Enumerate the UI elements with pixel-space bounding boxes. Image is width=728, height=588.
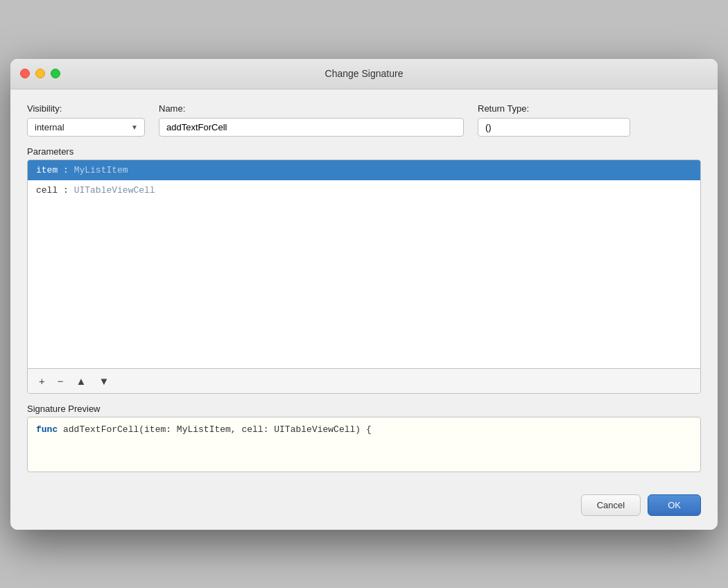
param-item[interactable]: cell : UITableViewCell [28, 180, 700, 200]
move-down-button[interactable]: ▼ [96, 374, 112, 388]
minimize-button[interactable] [35, 69, 45, 78]
return-type-label: Return Type: [478, 103, 630, 114]
dialog-title: Change Signature [325, 68, 404, 79]
parameters-container: item : MyListItem cell : UITableViewCell… [27, 159, 701, 394]
name-label: Name: [159, 103, 464, 114]
name-input[interactable] [159, 118, 464, 137]
visibility-label: Visibility: [27, 103, 145, 114]
titlebar: Change Signature [10, 59, 718, 89]
parameters-list: item : MyListItem cell : UITableViewCell [28, 160, 700, 368]
bottom-row: Cancel OK [10, 486, 718, 530]
param-type: UITableViewCell [74, 185, 155, 196]
maximize-button[interactable] [51, 69, 60, 78]
visibility-select-wrapper[interactable]: internal public private fileprivate open [27, 118, 145, 137]
param-type: MyListItem [74, 165, 128, 175]
param-name: cell [36, 185, 58, 196]
preview-keyword: func [36, 424, 58, 435]
param-name: item [36, 165, 58, 175]
param-separator: : [63, 165, 74, 175]
visibility-field-group: Visibility: internal public private file… [27, 103, 145, 137]
traffic-light-buttons [20, 69, 60, 78]
top-row: Visibility: internal public private file… [27, 103, 701, 137]
move-up-button[interactable]: ▲ [73, 374, 89, 388]
close-button[interactable] [20, 69, 30, 78]
ok-button[interactable]: OK [648, 494, 701, 516]
name-field-group: Name: [159, 103, 464, 137]
remove-param-button[interactable]: − [55, 374, 67, 388]
parameters-section: Parameters item : MyListItem cell : UITa… [27, 146, 701, 394]
signature-preview-section: Signature Preview func addTextForCell(it… [27, 404, 701, 472]
cancel-button[interactable]: Cancel [581, 494, 641, 516]
signature-preview-container: func addTextForCell(item: MyListItem, ce… [27, 417, 701, 472]
preview-text: addTextForCell(item: MyListItem, cell: U… [58, 424, 371, 435]
param-separator: : [63, 185, 74, 196]
param-item[interactable]: item : MyListItem [28, 160, 700, 180]
parameters-toolbar: + − ▲ ▼ [28, 368, 700, 393]
return-type-input[interactable] [478, 118, 630, 137]
change-signature-dialog: Change Signature Visibility: internal pu… [10, 59, 718, 530]
add-param-button[interactable]: + [36, 374, 48, 388]
signature-preview-label: Signature Preview [27, 404, 701, 414]
visibility-select[interactable]: internal public private fileprivate open [27, 118, 145, 137]
parameters-label: Parameters [27, 146, 701, 157]
dialog-body: Visibility: internal public private file… [10, 89, 718, 486]
return-type-field-group: Return Type: [478, 103, 630, 137]
